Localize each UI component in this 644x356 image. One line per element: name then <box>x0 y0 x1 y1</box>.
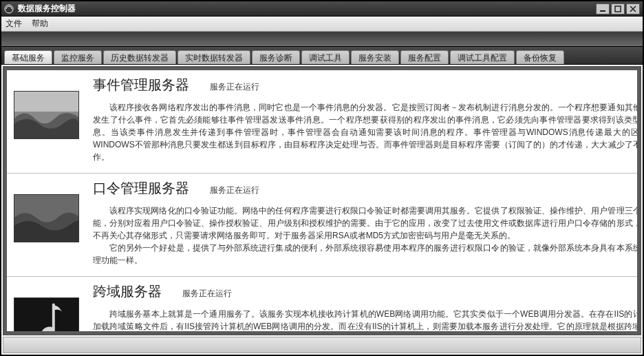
tab-row: 基础服务监控服务历史数据转发器实时数据转发器服务诊断调试工具服务安装服务配置调试… <box>1 47 643 65</box>
service-body: 事件管理服务器服务正在运行该程序接收各网络程序发出的事件消息，同时它也是一个事件… <box>93 76 637 163</box>
tab-5[interactable]: 调试工具 <box>301 50 350 64</box>
ribbon-strip <box>1 32 643 47</box>
service-status: 服务正在运行 <box>210 81 259 93</box>
svg-rect-2 <box>615 6 621 12</box>
svg-rect-4 <box>14 92 78 112</box>
maximize-button[interactable] <box>611 3 625 14</box>
service-row: 跨域服务器服务正在运行跨域服务基本上就算是一个通用服务了。该服务实现本机接收跨计… <box>7 277 637 331</box>
service-thumbnail <box>14 194 79 242</box>
service-description: 该程序接收各网络程序发出的事件消息，同时它也是一个事件消息的分发器。它是按照订阅… <box>93 101 637 163</box>
tab-8[interactable]: 调试工具配置 <box>450 50 515 64</box>
service-row: 事件管理服务器服务正在运行该程序接收各网络程序发出的事件消息，同时它也是一个事件… <box>7 70 637 174</box>
menu-help[interactable]: 帮助 <box>32 18 48 30</box>
close-button[interactable] <box>626 3 640 14</box>
tab-3[interactable]: 实时数据转发器 <box>178 50 250 64</box>
service-status: 服务正在运行 <box>182 288 232 300</box>
content-scroll[interactable]: 事件管理服务器服务正在运行该程序接收各网络程序发出的事件消息，同时它也是一个事件… <box>7 70 637 331</box>
service-thumbnail <box>14 91 79 139</box>
service-body: 跨域服务器服务正在运行跨域服务基本上就算是一个通用服务了。该服务实现本机接收跨计… <box>93 282 637 331</box>
tab-0[interactable]: 基础服务 <box>4 50 52 64</box>
service-title: 口令管理服务器 <box>93 179 189 198</box>
service-thumbnail <box>14 297 79 331</box>
service-row: 口令管理服务器服务正在运行该程序实现网络化的口令验证功能。网络中的任何程序需要进… <box>7 174 637 277</box>
menu-file[interactable]: 文件 <box>6 18 22 30</box>
title-bar: 数据服务控制器 <box>1 1 643 17</box>
service-description: 跨域服务基本上就算是一个通用服务了。该服务实现本机接收跨计算机的WEB网络调用功… <box>93 308 637 331</box>
service-title: 事件管理服务器 <box>93 76 189 94</box>
content-area: 事件管理服务器服务正在运行该程序接收各网络程序发出的事件消息，同时它也是一个事件… <box>3 66 641 335</box>
tab-1[interactable]: 监控服务 <box>54 50 102 64</box>
tab-9[interactable]: 备份恢复 <box>516 50 564 64</box>
service-description: 该程序实现网络化的口令验证功能。网络中的任何程序需要进行权限口令验证时都需要调用… <box>93 205 637 266</box>
window-title: 数据服务控制器 <box>18 3 596 14</box>
minimize-button[interactable] <box>596 3 610 14</box>
svg-rect-1 <box>600 10 605 12</box>
tab-2[interactable]: 历史数据转发器 <box>103 50 176 64</box>
tab-4[interactable]: 服务诊断 <box>252 50 300 64</box>
service-title: 跨域服务器 <box>93 282 162 301</box>
tab-7[interactable]: 服务配置 <box>400 50 449 64</box>
menu-bar: 文件 帮助 <box>1 17 643 32</box>
tab-6[interactable]: 服务安装 <box>351 50 399 64</box>
service-body: 口令管理服务器服务正在运行该程序实现网络化的口令验证功能。网络中的任何程序需要进… <box>93 179 637 266</box>
service-status: 服务正在运行 <box>210 185 259 196</box>
status-bar <box>3 337 641 353</box>
app-icon <box>4 4 14 14</box>
svg-rect-6 <box>14 298 78 331</box>
